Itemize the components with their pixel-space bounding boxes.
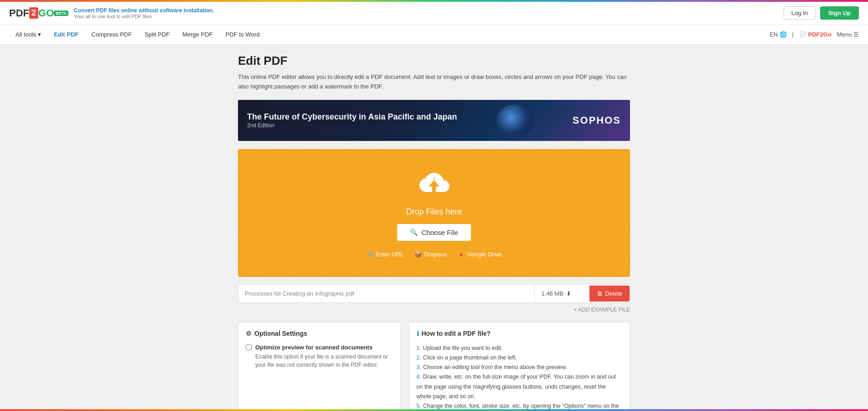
- upload-links: 🔗 Enter URL 📦 Dropbox 🔺 Google Drive: [248, 251, 620, 258]
- optional-settings-label: Optional Settings: [254, 330, 307, 337]
- rainbow-bottom-bar: [0, 409, 868, 411]
- tagline-strong: Convert PDF files online without softwar…: [74, 7, 214, 14]
- nav-item-edit-pdf[interactable]: Edit PDF: [47, 25, 85, 44]
- ad-headline: The Future of Cybersecurity in Asia Paci…: [247, 112, 457, 122]
- header: PDF2GOBETA Convert PDF files online with…: [0, 2, 868, 25]
- tagline-sub: Your all in one tool to edit PDF files.: [74, 14, 214, 19]
- drop-text: Drop Files here: [248, 207, 620, 217]
- file-item: Processes for Creating an Infographic.pd…: [238, 284, 630, 303]
- howto-title-label: How to edit a PDF file?: [422, 330, 491, 337]
- file-size-value: 1.46 MB: [541, 290, 563, 297]
- page-title: Edit PDF: [238, 54, 630, 68]
- nav-right: EN 🌐 | 📄 PDF2Go Menu ☰: [770, 31, 859, 38]
- optimize-preview-label[interactable]: Optimize preview for scanned documents: [255, 344, 372, 351]
- login-button[interactable]: Log In: [784, 6, 816, 20]
- nav-pdf2go[interactable]: 📄 PDF2Go: [799, 31, 832, 38]
- main-content: Edit PDF This online PDF editor allows y…: [229, 45, 639, 411]
- optimize-preview-desc: Enable this option if your file is a sca…: [255, 353, 393, 369]
- panel-howto: ℹ How to edit a PDF file? 1.Upload the f…: [409, 322, 630, 411]
- choose-file-button[interactable]: 🔍 Choose File: [397, 224, 470, 241]
- nav-item-compress-pdf[interactable]: Compress PDF: [85, 25, 138, 44]
- file-name: Processes for Creating an Infographic.pd…: [238, 285, 535, 302]
- nav-lang[interactable]: EN 🌐: [770, 31, 787, 38]
- nav-item-merge-pdf[interactable]: Merge PDF: [176, 25, 219, 44]
- nav-separator: |: [792, 31, 794, 38]
- list-item: 3.Choose an editing tool from the menu a…: [417, 363, 623, 372]
- ad-text: The Future of Cybersecurity in Asia Paci…: [247, 112, 457, 129]
- nav-item-pdf-to-word[interactable]: PDF to Word: [219, 25, 266, 44]
- panel-optional-settings: ⚙ Optional Settings Optimize preview for…: [238, 322, 401, 411]
- upload-link-dropbox[interactable]: 📦 Dropbox: [414, 251, 446, 258]
- bottom-panels: ⚙ Optional Settings Optimize preview for…: [238, 322, 630, 411]
- googledrive-icon: 🔺: [457, 251, 465, 258]
- optimize-preview-row: Optimize preview for scanned documents E…: [246, 343, 393, 369]
- file-size: 1.46 MB ⬇: [535, 285, 589, 302]
- logo-beta: BETA: [54, 10, 68, 16]
- list-item: 4.Draw, write, etc. on the full-size ima…: [417, 372, 623, 401]
- ad-banner[interactable]: The Future of Cybersecurity in Asia Paci…: [238, 100, 630, 141]
- add-example-text: + ADD EXAMPLE FILE: [574, 307, 630, 313]
- choose-file-label: Choose File: [421, 229, 458, 236]
- nav-item-split-pdf[interactable]: Split PDF: [138, 25, 176, 44]
- page-description: This online PDF editor allows you to dir…: [238, 73, 630, 92]
- howto-title: ℹ How to edit a PDF file?: [417, 330, 623, 337]
- trash-icon: 🗑: [597, 290, 603, 297]
- dropbox-icon: 📦: [414, 251, 422, 258]
- delete-label: Delete: [605, 290, 622, 297]
- gear-icon: ⚙: [246, 330, 252, 337]
- howto-step-1: Upload the file you want to edit.: [423, 345, 502, 351]
- howto-step-2: Click on a page thumbnail on the left.: [423, 354, 517, 361]
- cloud-upload-icon: [416, 168, 452, 200]
- logo-2: 2: [29, 7, 38, 19]
- link-url-icon: 🔗: [367, 251, 374, 258]
- link-url-label: Enter URL: [376, 251, 404, 258]
- howto-step-4: Draw, write, etc. on the full-size image…: [417, 374, 616, 400]
- logo-pdf: PDF: [9, 7, 29, 19]
- nav-item-all-tools[interactable]: All tools ▾: [9, 25, 47, 44]
- list-item: 1.Upload the file you want to edit.: [417, 343, 623, 353]
- upload-area[interactable]: Drop Files here 🔍 Choose File 🔗 Enter UR…: [238, 149, 630, 277]
- upload-link-url[interactable]: 🔗 Enter URL: [367, 251, 404, 258]
- howto-list: 1.Upload the file you want to edit. 2.Cl…: [417, 343, 623, 411]
- googledrive-label: Google Drive: [467, 251, 501, 258]
- delete-button[interactable]: 🗑 Delete: [589, 286, 630, 302]
- signup-button[interactable]: Sign Up: [820, 6, 859, 20]
- logo-go: GO: [38, 7, 54, 19]
- ad-brand: SOPHOS: [573, 114, 621, 126]
- nav-menu[interactable]: Menu ☰: [837, 31, 859, 38]
- header-left: PDF2GOBETA Convert PDF files online with…: [9, 7, 214, 19]
- search-icon: 🔍: [410, 229, 418, 236]
- optimize-preview-text: Optimize preview for scanned documents E…: [255, 343, 393, 369]
- dropbox-label: Dropbox: [424, 251, 446, 258]
- howto-step-3: Choose an editing tool from the menu abo…: [423, 364, 567, 370]
- header-right: Log In Sign Up: [784, 6, 859, 20]
- list-item: 2.Click on a page thumbnail on the left.: [417, 353, 623, 363]
- optimize-preview-checkbox[interactable]: [246, 344, 252, 350]
- info-icon: ℹ: [417, 330, 419, 337]
- download-icon: ⬇: [566, 290, 571, 297]
- upload-link-googledrive[interactable]: 🔺 Google Drive: [457, 251, 501, 258]
- nav: All tools ▾ Edit PDF Compress PDF Split …: [0, 25, 868, 45]
- header-tagline: Convert PDF files online without softwar…: [74, 7, 214, 19]
- ad-globe: [496, 104, 533, 136]
- nav-left: All tools ▾ Edit PDF Compress PDF Split …: [9, 25, 266, 44]
- ad-subtext: 2nd Edition: [247, 122, 457, 129]
- optional-settings-title: ⚙ Optional Settings: [246, 330, 393, 337]
- logo[interactable]: PDF2GOBETA: [9, 7, 68, 19]
- add-example-link[interactable]: + ADD EXAMPLE FILE: [238, 307, 630, 313]
